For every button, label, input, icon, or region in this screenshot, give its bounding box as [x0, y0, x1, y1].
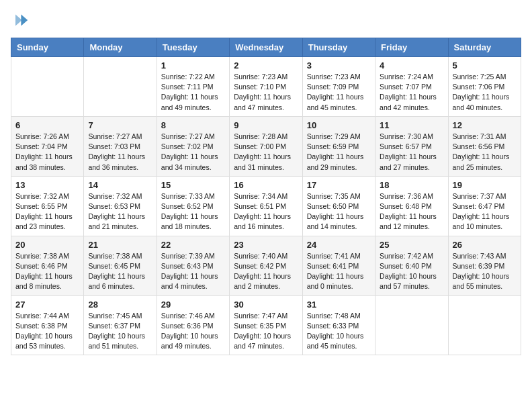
day-number: 23: [234, 240, 298, 250]
calendar-day-cell: 21Sunrise: 7:38 AMSunset: 6:45 PMDayligh…: [84, 236, 157, 295]
weekday-header: Monday: [84, 38, 157, 57]
calendar-week-row: 13Sunrise: 7:32 AMSunset: 6:55 PMDayligh…: [11, 176, 521, 236]
weekday-header: Tuesday: [157, 38, 229, 57]
day-number: 6: [15, 120, 79, 130]
weekday-header: Sunday: [11, 38, 84, 57]
calendar-week-row: 6Sunrise: 7:26 AMSunset: 7:04 PMDaylight…: [11, 116, 521, 176]
calendar-day-cell: 2Sunrise: 7:23 AMSunset: 7:10 PMDaylight…: [230, 57, 302, 117]
calendar-day-cell: 5Sunrise: 7:25 AMSunset: 7:06 PMDaylight…: [448, 57, 521, 117]
calendar-day-cell: 17Sunrise: 7:35 AMSunset: 6:50 PMDayligh…: [302, 176, 375, 236]
calendar-day-cell: 1Sunrise: 7:22 AMSunset: 7:11 PMDaylight…: [157, 57, 229, 117]
day-number: 19: [453, 180, 517, 190]
day-detail: Sunrise: 7:38 AMSunset: 6:45 PMDaylight:…: [88, 251, 152, 292]
day-number: 28: [88, 300, 152, 310]
day-number: 17: [307, 180, 371, 190]
day-detail: Sunrise: 7:32 AMSunset: 6:53 PMDaylight:…: [88, 191, 152, 232]
day-detail: Sunrise: 7:36 AMSunset: 6:48 PMDaylight:…: [380, 191, 443, 232]
day-number: 27: [15, 300, 79, 310]
logo-icon: [11, 11, 30, 30]
calendar-day-cell: 23Sunrise: 7:40 AMSunset: 6:42 PMDayligh…: [230, 236, 302, 295]
day-detail: Sunrise: 7:42 AMSunset: 6:40 PMDaylight:…: [380, 251, 443, 292]
day-detail: Sunrise: 7:32 AMSunset: 6:55 PMDaylight:…: [15, 191, 79, 232]
day-number: 21: [88, 240, 152, 250]
day-detail: Sunrise: 7:24 AMSunset: 7:07 PMDaylight:…: [380, 72, 443, 113]
day-number: 3: [307, 60, 371, 71]
calendar-day-cell: 24Sunrise: 7:41 AMSunset: 6:41 PMDayligh…: [302, 236, 375, 295]
calendar-day-cell: 9Sunrise: 7:28 AMSunset: 7:00 PMDaylight…: [230, 116, 302, 176]
calendar-day-cell: 10Sunrise: 7:29 AMSunset: 6:59 PMDayligh…: [302, 116, 375, 176]
day-detail: Sunrise: 7:31 AMSunset: 6:56 PMDaylight:…: [453, 132, 517, 173]
calendar-week-row: 27Sunrise: 7:44 AMSunset: 6:38 PMDayligh…: [11, 295, 521, 355]
day-detail: Sunrise: 7:39 AMSunset: 6:43 PMDaylight:…: [161, 251, 225, 292]
day-number: 22: [161, 240, 225, 250]
day-number: 2: [234, 60, 298, 71]
calendar-day-cell: [11, 57, 84, 117]
day-detail: Sunrise: 7:48 AMSunset: 6:33 PMDaylight:…: [307, 311, 371, 352]
weekday-header: Friday: [375, 38, 448, 57]
calendar-day-cell: 7Sunrise: 7:27 AMSunset: 7:03 PMDaylight…: [84, 116, 157, 176]
day-detail: Sunrise: 7:47 AMSunset: 6:35 PMDaylight:…: [234, 311, 298, 352]
calendar-header-row: SundayMondayTuesdayWednesdayThursdayFrid…: [11, 38, 521, 57]
calendar-day-cell: 20Sunrise: 7:38 AMSunset: 6:46 PMDayligh…: [11, 236, 84, 295]
day-detail: Sunrise: 7:37 AMSunset: 6:47 PMDaylight:…: [453, 191, 517, 232]
calendar-day-cell: 12Sunrise: 7:31 AMSunset: 6:56 PMDayligh…: [448, 116, 521, 176]
day-detail: Sunrise: 7:38 AMSunset: 6:46 PMDaylight:…: [15, 251, 79, 292]
svg-marker-0: [21, 15, 28, 26]
day-detail: Sunrise: 7:41 AMSunset: 6:41 PMDaylight:…: [307, 251, 371, 292]
day-detail: Sunrise: 7:40 AMSunset: 6:42 PMDaylight:…: [234, 251, 298, 292]
day-number: 1: [161, 60, 225, 71]
calendar-day-cell: 26Sunrise: 7:43 AMSunset: 6:39 PMDayligh…: [448, 236, 521, 295]
calendar-day-cell: [448, 295, 521, 355]
calendar-day-cell: 14Sunrise: 7:32 AMSunset: 6:53 PMDayligh…: [84, 176, 157, 236]
day-detail: Sunrise: 7:44 AMSunset: 6:38 PMDaylight:…: [15, 311, 79, 352]
day-number: 13: [15, 180, 79, 190]
day-number: 18: [380, 180, 443, 190]
calendar-day-cell: 31Sunrise: 7:48 AMSunset: 6:33 PMDayligh…: [302, 295, 375, 355]
calendar-day-cell: 19Sunrise: 7:37 AMSunset: 6:47 PMDayligh…: [448, 176, 521, 236]
calendar-table: SundayMondayTuesdayWednesdayThursdayFrid…: [11, 38, 521, 355]
calendar-day-cell: 18Sunrise: 7:36 AMSunset: 6:48 PMDayligh…: [375, 176, 448, 236]
day-detail: Sunrise: 7:27 AMSunset: 7:03 PMDaylight:…: [88, 132, 152, 173]
day-number: 26: [453, 240, 517, 250]
day-detail: Sunrise: 7:46 AMSunset: 6:36 PMDaylight:…: [161, 311, 225, 352]
calendar-day-cell: 15Sunrise: 7:33 AMSunset: 6:52 PMDayligh…: [157, 176, 229, 236]
day-number: 7: [88, 120, 152, 130]
day-detail: Sunrise: 7:33 AMSunset: 6:52 PMDaylight:…: [161, 191, 225, 232]
calendar-day-cell: 30Sunrise: 7:47 AMSunset: 6:35 PMDayligh…: [230, 295, 302, 355]
logo: [11, 11, 32, 30]
day-detail: Sunrise: 7:45 AMSunset: 6:37 PMDaylight:…: [88, 311, 152, 352]
day-number: 20: [15, 240, 79, 250]
day-detail: Sunrise: 7:34 AMSunset: 6:51 PMDaylight:…: [234, 191, 298, 232]
day-number: 31: [307, 300, 371, 310]
calendar-day-cell: 28Sunrise: 7:45 AMSunset: 6:37 PMDayligh…: [84, 295, 157, 355]
calendar-day-cell: 13Sunrise: 7:32 AMSunset: 6:55 PMDayligh…: [11, 176, 84, 236]
day-number: 12: [453, 120, 517, 130]
day-detail: Sunrise: 7:35 AMSunset: 6:50 PMDaylight:…: [307, 191, 371, 232]
calendar-day-cell: 22Sunrise: 7:39 AMSunset: 6:43 PMDayligh…: [157, 236, 229, 295]
calendar-day-cell: 11Sunrise: 7:30 AMSunset: 6:57 PMDayligh…: [375, 116, 448, 176]
weekday-header: Wednesday: [230, 38, 302, 57]
day-number: 4: [380, 60, 443, 71]
day-detail: Sunrise: 7:30 AMSunset: 6:57 PMDaylight:…: [380, 132, 443, 173]
day-detail: Sunrise: 7:27 AMSunset: 7:02 PMDaylight:…: [161, 132, 225, 173]
calendar-week-row: 1Sunrise: 7:22 AMSunset: 7:11 PMDaylight…: [11, 57, 521, 117]
day-detail: Sunrise: 7:25 AMSunset: 7:06 PMDaylight:…: [453, 72, 517, 113]
day-detail: Sunrise: 7:43 AMSunset: 6:39 PMDaylight:…: [453, 251, 517, 292]
weekday-header: Saturday: [448, 38, 521, 57]
day-detail: Sunrise: 7:28 AMSunset: 7:00 PMDaylight:…: [234, 132, 298, 173]
calendar-day-cell: [375, 295, 448, 355]
day-detail: Sunrise: 7:22 AMSunset: 7:11 PMDaylight:…: [161, 72, 225, 113]
day-number: 9: [234, 120, 298, 130]
day-number: 14: [88, 180, 152, 190]
day-number: 15: [161, 180, 225, 190]
day-number: 8: [161, 120, 225, 130]
day-number: 11: [380, 120, 443, 130]
calendar-day-cell: 16Sunrise: 7:34 AMSunset: 6:51 PMDayligh…: [230, 176, 302, 236]
day-number: 16: [234, 180, 298, 190]
day-number: 25: [380, 240, 443, 250]
calendar-day-cell: [84, 57, 157, 117]
calendar-day-cell: 3Sunrise: 7:23 AMSunset: 7:09 PMDaylight…: [302, 57, 375, 117]
day-detail: Sunrise: 7:23 AMSunset: 7:09 PMDaylight:…: [307, 72, 371, 113]
calendar-day-cell: 4Sunrise: 7:24 AMSunset: 7:07 PMDaylight…: [375, 57, 448, 117]
day-number: 5: [453, 60, 517, 71]
